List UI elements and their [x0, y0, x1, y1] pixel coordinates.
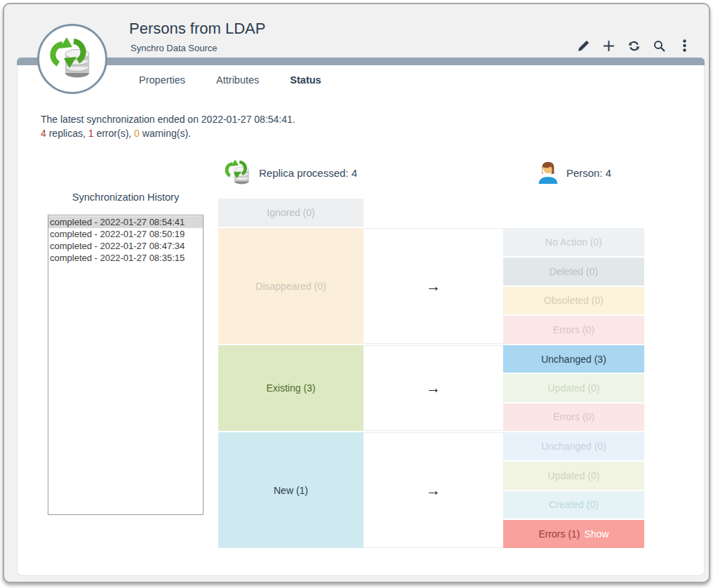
toolbar: [574, 36, 693, 55]
app-window: Persons from LDAP Synchro Data Source: [3, 3, 710, 583]
history-item[interactable]: completed - 2022-01-27 08:47:34: [48, 240, 203, 252]
existing-targets: Unchanged (3) Updated (0) Errors (0): [503, 345, 644, 431]
warnings-label: warning(s).: [140, 128, 191, 139]
synchro-datasource-icon: [225, 159, 253, 187]
replica-column-header: Replica processed: 4: [218, 156, 364, 189]
target-errors-cell: Errors (1) Show: [503, 520, 644, 548]
synchro-datasource-icon: [49, 36, 95, 82]
replica-ignored-cell: Ignored (0): [218, 199, 364, 227]
history-item[interactable]: completed - 2022-01-27 08:35:15: [48, 252, 203, 264]
target-unchanged-cell: Unchanged (0): [503, 432, 644, 460]
add-plus-icon[interactable]: [599, 36, 618, 55]
right-arrow-icon: →: [426, 482, 441, 499]
tab-attributes[interactable]: Attributes: [201, 69, 274, 91]
replicas-count: 4: [41, 128, 46, 139]
target-obsoleted-cell: Obsoleted (0): [503, 287, 644, 315]
replicas-label: replicas,: [46, 128, 88, 139]
person-count-label: Person: 4: [566, 167, 611, 179]
history-item[interactable]: completed - 2022-01-27 08:54:41: [48, 216, 203, 228]
errors-label: Errors (1): [538, 528, 580, 540]
target-unchanged-cell: Unchanged (3): [503, 345, 644, 373]
target-updated-cell: Updated (0): [503, 374, 644, 401]
new-targets: Unchanged (0) Updated (0) Created (0) Er…: [503, 432, 644, 548]
target-errors-cell: Errors (0): [503, 316, 644, 344]
target-deleted-cell: Deleted (0): [503, 258, 644, 286]
show-errors-link[interactable]: Show: [585, 528, 609, 540]
target-errors-cell: Errors (0): [503, 403, 644, 431]
replica-new-cell: New (1): [218, 432, 364, 548]
history-listbox[interactable]: completed - 2022-01-27 08:54:41 complete…: [48, 215, 204, 515]
errors-label: error(s),: [94, 128, 135, 139]
target-no-action-cell: No Action (0): [503, 228, 644, 256]
errors-count: 1: [88, 128, 94, 139]
tab-status[interactable]: Status: [274, 69, 336, 91]
sync-counts-line: 4 replicas, 1 error(s), 0 warning(s).: [41, 128, 191, 139]
person-column-header: Person: 4: [503, 156, 644, 189]
search-icon[interactable]: [650, 36, 668, 55]
target-created-cell: Created (0): [503, 491, 644, 519]
page-title: Persons from LDAP: [129, 20, 265, 38]
edit-pencil-icon[interactable]: [574, 36, 592, 55]
person-icon: [536, 158, 560, 188]
arrow-existing: →: [364, 345, 503, 431]
avatar: [37, 24, 107, 94]
arrow-disappeared: →: [364, 228, 503, 344]
tab-bar: Properties Attributes Status: [124, 69, 337, 91]
warnings-count: 0: [134, 128, 140, 139]
replica-existing-cell: Existing (3): [218, 345, 364, 431]
right-arrow-icon: →: [426, 278, 441, 295]
kebab-menu-icon[interactable]: [675, 36, 693, 55]
history-item[interactable]: completed - 2022-01-27 08:50:19: [48, 228, 203, 240]
refresh-icon[interactable]: [625, 36, 643, 55]
arrow-new: →: [364, 432, 503, 548]
target-updated-cell: Updated (0): [503, 462, 644, 490]
history-title: Synchronization History: [48, 192, 204, 203]
tab-properties[interactable]: Properties: [124, 69, 201, 91]
right-arrow-icon: →: [426, 380, 441, 396]
disappeared-targets: No Action (0) Deleted (0) Obsoleted (0) …: [503, 228, 644, 344]
header-divider-bar: [17, 58, 705, 65]
page: Persons from LDAP Synchro Data Source: [0, 0, 713, 588]
sync-summary-line: The latest synchronization ended on 2022…: [41, 114, 295, 125]
replica-disappeared-cell: Disappeared (0): [218, 228, 364, 344]
replica-processed-label: Replica processed: 4: [259, 167, 357, 179]
page-subtitle: Synchro Data Source: [131, 43, 218, 53]
